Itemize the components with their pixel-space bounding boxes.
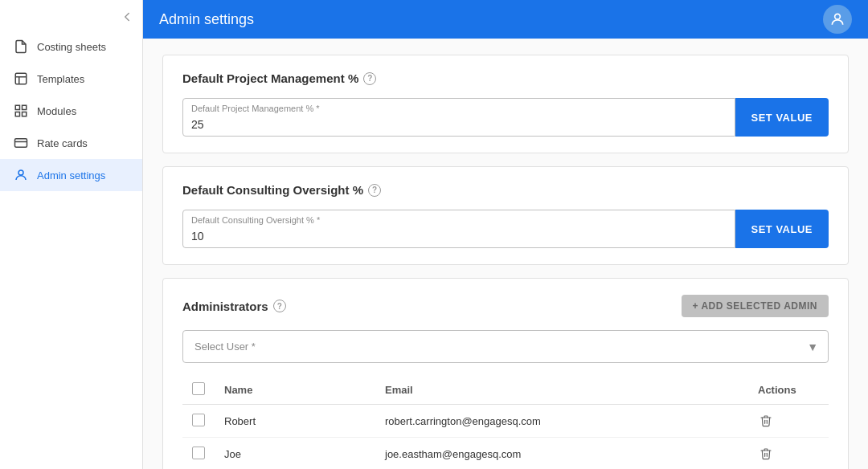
table-header-email: Email xyxy=(375,376,748,405)
administrators-help-icon[interactable]: ? xyxy=(273,300,286,312)
administrators-table: Name Email Actions Robert robert.carring… xyxy=(182,376,829,469)
avatar-icon xyxy=(829,11,845,27)
consulting-oversight-help-icon[interactable]: ? xyxy=(368,184,381,197)
sidebar-item-label: Costing sheets xyxy=(37,41,106,53)
sidebar-item-label: Admin settings xyxy=(37,169,105,181)
file-icon xyxy=(13,39,29,55)
sidebar-item-label: Templates xyxy=(37,73,84,85)
main-content: Default Project Management % ? Default P… xyxy=(143,39,868,469)
svg-point-8 xyxy=(835,14,841,19)
dropdown-arrow-icon: ▼ xyxy=(797,341,828,353)
row-email: joe.eastham@engagesq.com xyxy=(375,438,748,470)
project-management-field-container: Default Project Management % * xyxy=(182,98,735,137)
template-icon xyxy=(13,71,29,87)
svg-rect-4 xyxy=(23,112,27,116)
sidebar-item-costing-sheets[interactable]: Costing sheets xyxy=(0,31,142,63)
sidebar-item-modules[interactable]: Modules xyxy=(0,95,142,127)
project-management-set-value-button[interactable]: SET VALUE xyxy=(735,98,829,137)
delete-icon[interactable] xyxy=(758,411,774,430)
table-body: Robert robert.carrington@engagesq.com Jo… xyxy=(182,405,829,470)
row-actions xyxy=(748,438,829,470)
sidebar-collapse-button[interactable] xyxy=(0,6,142,31)
chevron-left-icon xyxy=(120,10,134,24)
select-user-placeholder: Select User * xyxy=(183,331,797,362)
table-header-actions: Actions xyxy=(748,376,829,405)
table-row: Joe joe.eastham@engagesq.com xyxy=(182,438,829,470)
svg-rect-5 xyxy=(15,139,27,148)
row-checkbox[interactable] xyxy=(192,447,205,459)
row-checkbox[interactable] xyxy=(192,414,205,426)
svg-rect-3 xyxy=(15,112,19,116)
sidebar: Costing sheets Templates Modules Rate ca… xyxy=(0,0,143,469)
project-management-title: Default Project Management % ? xyxy=(182,71,829,85)
row-checkbox-cell xyxy=(182,438,215,470)
row-checkbox-cell xyxy=(182,405,215,438)
modules-icon xyxy=(13,103,29,119)
row-actions xyxy=(748,405,829,438)
delete-icon[interactable] xyxy=(758,444,774,463)
project-management-field-row: Default Project Management % * SET VALUE xyxy=(182,98,829,137)
table-row: Robert robert.carrington@engagesq.com xyxy=(182,405,829,438)
table-header-checkbox xyxy=(182,376,215,405)
sidebar-item-admin-settings[interactable]: Admin settings xyxy=(0,159,142,191)
table-header-row: Name Email Actions xyxy=(182,376,829,405)
row-name: Joe xyxy=(215,438,375,470)
table-header-name: Name xyxy=(215,376,375,405)
sidebar-item-label: Rate cards xyxy=(37,137,88,149)
project-management-field-label: Default Project Management % * xyxy=(191,104,320,113)
project-management-section: Default Project Management % ? Default P… xyxy=(162,55,849,153)
sidebar-item-templates[interactable]: Templates xyxy=(0,63,142,95)
avatar[interactable] xyxy=(823,5,852,34)
sidebar-item-label: Modules xyxy=(37,105,76,117)
page-title: Admin settings xyxy=(159,11,254,28)
consulting-oversight-set-value-button[interactable]: SET VALUE xyxy=(735,210,829,248)
row-name: Robert xyxy=(215,405,375,438)
admin-icon xyxy=(13,167,29,183)
select-user-dropdown[interactable]: Select User * ▼ xyxy=(182,330,829,363)
rate-cards-icon xyxy=(13,135,29,151)
svg-rect-1 xyxy=(15,105,19,109)
select-all-checkbox[interactable] xyxy=(192,382,205,395)
consulting-oversight-field-label: Default Consulting Oversight % * xyxy=(191,215,320,225)
administrators-header: Administrators ? + ADD SELECTED ADMIN xyxy=(182,295,829,317)
add-selected-admin-button[interactable]: + ADD SELECTED ADMIN xyxy=(682,295,829,317)
app-header: Admin settings xyxy=(143,0,868,39)
consulting-oversight-field-container: Default Consulting Oversight % * xyxy=(182,210,735,248)
sidebar-item-rate-cards[interactable]: Rate cards xyxy=(0,127,142,159)
svg-rect-2 xyxy=(23,105,27,109)
row-email: robert.carrington@engagesq.com xyxy=(375,405,748,438)
consulting-oversight-title: Default Consulting Oversight % ? xyxy=(182,183,829,197)
consulting-oversight-section: Default Consulting Oversight % ? Default… xyxy=(162,166,849,265)
consulting-oversight-field-row: Default Consulting Oversight % * SET VAL… xyxy=(182,210,829,248)
project-management-help-icon[interactable]: ? xyxy=(363,72,376,85)
svg-rect-0 xyxy=(15,73,27,84)
administrators-section: Administrators ? + ADD SELECTED ADMIN Se… xyxy=(162,278,849,469)
main-wrapper: Admin settings Default Project Managemen… xyxy=(143,0,868,469)
administrators-title: Administrators ? xyxy=(182,300,286,313)
svg-point-7 xyxy=(18,170,23,175)
